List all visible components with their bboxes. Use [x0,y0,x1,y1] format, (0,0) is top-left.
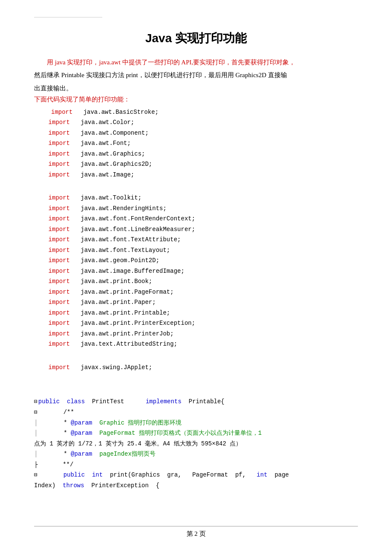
import-line-17: import java.awt.print.PageFormat; [34,287,358,298]
intro-paragraph: 用 java 实现打印，java.awt 中提供了一些打印的 API,要实现打印… [34,57,358,68]
kw-param-2: @param [71,430,92,436]
kw-int-1: int [92,471,103,478]
import-line-18: import java.awt.print.Paper; [34,297,358,308]
code-imports-3: import javax.swing.JApplet; [34,362,358,373]
comment-line-4: │ * @param pageIndex指明页号 [34,449,358,460]
page-title: Java 实现打印功能 [34,30,358,46]
import-line-2: import java.awt.Color; [34,117,358,128]
import-keyword-9: import [49,205,70,212]
collapse-icon-2[interactable]: ⊟ [34,409,37,416]
section-label: 下面代码实现了简单的打印功能： [34,95,358,104]
kw-public-2: public [63,471,85,478]
import-keyword-11: import [49,226,70,233]
class-block: ⊟public class PrintTest implements Print… [34,396,358,491]
kw-param-3: @param [71,451,92,457]
tree-line-1: │ [34,419,37,426]
import-keyword-20: import [49,320,70,327]
import-keyword-16: import [49,278,70,285]
import-line-6: import java.awt.Graphics2D; [34,159,358,170]
import-keyword-1: import [51,109,72,116]
import-line-4: import java.awt.Font; [34,138,358,149]
code-imports-1: import java.awt.BasicStroke; import java… [34,107,358,180]
import-line-22: import java.text.AttributedString; [34,339,358,350]
comment-pageformat: PageFormat 指明打印页格式（页面大小以点为计量单位，1 [99,430,262,436]
method-line-1: ⊟ public int print(Graphics gra, PageFor… [34,470,358,480]
tree-line-3: │ [34,451,37,457]
kw-implements: implements [146,398,182,405]
import-keyword-2: import [49,119,70,126]
kw-public-1: public [38,398,60,405]
spacer-3 [34,379,358,388]
import-line-20: import java.awt.print.PrinterException; [34,318,358,329]
import-keyword-13: import [49,247,70,254]
spacer-1 [34,187,358,193]
spacer-2 [34,356,358,362]
intro-text-2: 然后继承 Printable 实现接口方法 print，以便打印机进行打印，最后… [34,72,287,78]
import-keyword-19: import [49,309,70,316]
import-line-19: import java.awt.print.Printable; [34,308,358,318]
import-line-3: import java.awt.Component; [34,128,358,139]
import-line-14: import java.awt.geom.Point2D; [34,255,358,266]
import-keyword-4: import [49,140,70,147]
import-keyword-7: import [49,171,70,178]
page-number: 第 2 页 [187,530,206,537]
comment-graphic: Graphic 指明打印的图形环境 [99,419,182,426]
import-line-15: import java.awt.image.BufferedImage; [34,266,358,277]
intro-text-1: 用 java 实现打印，java.awt 中提供了一些打印的 API,要实现打印… [34,59,295,66]
import-keyword-17: import [49,289,70,295]
import-line-23: import javax.swing.JApplet; [34,362,358,373]
kw-throws: throws [63,482,84,489]
import-line-9: import java.awt.RenderingHints; [34,203,358,214]
import-keyword-15: import [49,268,70,275]
import-keyword-6: import [49,161,70,168]
import-line-12: import java.awt.font.TextAttribute; [34,234,358,245]
kw-int-2: int [257,471,267,478]
import-line-10: import java.awt.font.FontRenderContext; [34,214,358,224]
code-imports-2: import java.awt.Toolkit; import java.awt… [34,193,358,350]
import-line-7: import java.awt.Image; [34,170,358,180]
spacer-4 [34,388,358,396]
import-keyword-14: import [49,257,70,264]
intro-text-3: 出直接输出。 [34,85,72,92]
import-line-11: import java.awt.font.LineBreakMeasurer; [34,224,358,235]
method-line-2: Index) throws PrinterException { [34,480,358,491]
comment-line-1: │ * @param Graphic 指明打印的图形环境 [34,418,358,428]
intro-paragraph-3: 出直接输出。 [34,83,358,94]
collapse-icon-3[interactable]: ⊟ [34,472,37,478]
kw-param-1: @param [71,419,92,426]
import-line-13: import java.awt.font.TextLayout; [34,245,358,256]
kw-class: class [67,398,85,405]
import-keyword-12: import [49,236,70,243]
comment-line-3: 点为 1 英才的 1/72，1 英寸为 25.4 毫米。A4 纸大致为 595×… [34,439,358,449]
import-line-16: import java.awt.print.Book; [34,276,358,287]
import-line-1: import java.awt.BasicStroke; [34,107,358,118]
collapse-icon-1[interactable]: ⊟ [34,399,37,405]
class-line-1: ⊟public class PrintTest implements Print… [34,396,358,407]
import-keyword-3: import [49,130,70,136]
import-keyword-21: import [49,330,70,337]
page: Java 实现打印功能 用 java 实现打印，java.awt 中提供了一些打… [0,0,392,555]
import-line-21: import java.awt.print.PrinterJob; [34,329,358,339]
comment-close-line: ├ **/ [34,460,358,470]
import-line-8: import java.awt.Toolkit; [34,193,358,203]
import-keyword-8: import [49,194,70,201]
import-keyword-23: import [49,364,70,371]
import-keyword-10: import [49,215,70,222]
import-keyword-5: import [49,150,70,157]
comment-pageindex: pageIndex指明页号 [99,451,156,457]
tree-line-2: │ [34,430,37,436]
class-line-2: ⊟ /** [34,407,358,418]
import-keyword-18: import [49,299,70,306]
import-line-5: import java.awt.Graphics; [34,149,358,159]
top-separator-line [34,17,102,17]
intro-paragraph-2: 然后继承 Printable 实现接口方法 print，以便打印机进行打印，最后… [34,69,358,81]
comment-line-2: │ * @param PageFormat 指明打印页格式（页面大小以点为计量单… [34,428,358,439]
page-footer: 第 2 页 [34,526,358,538]
import-keyword-22: import [49,341,70,347]
